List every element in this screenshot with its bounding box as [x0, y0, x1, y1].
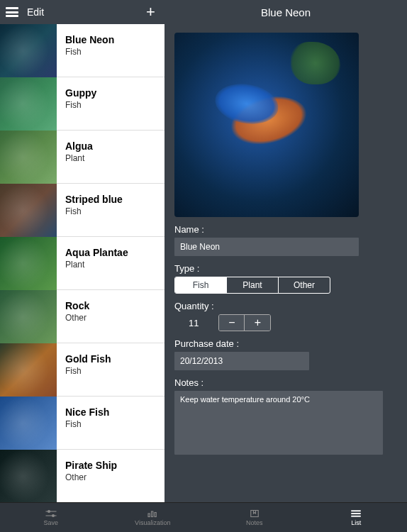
list-item[interactable]: Nice Fish Fish [0, 397, 165, 450]
notes-field[interactable]: Keep water temperature around 20°C [174, 391, 383, 455]
quantity-value: 11 [174, 318, 199, 328]
item-thumbnail [0, 450, 57, 502]
bars-icon [146, 509, 159, 519]
list-item[interactable]: Blue Neon Fish [0, 24, 165, 77]
list-item[interactable]: Pirate Ship Other [0, 450, 165, 502]
item-thumbnail [0, 397, 57, 450]
item-name: Gold Fish [65, 353, 157, 365]
item-type: Fish [65, 100, 157, 110]
type-option-other[interactable]: Other [279, 277, 330, 293]
purchase-date-label: Purchase date : [174, 338, 397, 349]
tab-label: Save [43, 519, 58, 526]
list-item[interactable]: Aqua Plantae Plant [0, 237, 165, 290]
item-thumbnail [0, 290, 57, 343]
list-item[interactable]: Rock Other [0, 290, 165, 343]
list-item[interactable]: Algua Plant [0, 131, 165, 184]
svg-point-4 [48, 511, 50, 513]
bookmark-icon [248, 509, 261, 519]
purchase-date-field[interactable]: 20/12/2013 [174, 352, 309, 370]
stepper-plus[interactable]: + [245, 315, 270, 331]
tab-label: Notes [246, 519, 263, 526]
item-photo[interactable] [174, 33, 359, 217]
svg-rect-7 [148, 514, 150, 517]
page-title: Blue Neon [165, 6, 407, 18]
list-item[interactable]: Gold Fish Fish [0, 343, 165, 397]
svg-rect-9 [155, 513, 156, 517]
item-type: Other [65, 313, 157, 323]
item-name: Rock [65, 300, 157, 311]
tab-label: Visualization [135, 519, 170, 526]
item-name: Nice Fish [65, 406, 157, 418]
item-thumbnail [0, 131, 57, 184]
item-type: Fish [65, 366, 157, 376]
svg-rect-10 [251, 511, 259, 517]
item-type: Fish [65, 47, 157, 57]
tab-list[interactable]: List [306, 503, 408, 532]
item-thumbnail [0, 24, 57, 77]
svg-rect-8 [152, 511, 153, 517]
item-thumbnail [0, 237, 57, 290]
item-type: Fish [65, 206, 157, 216]
list-item[interactable]: Striped blue Fish [0, 184, 165, 237]
item-thumbnail [0, 184, 57, 237]
tab-visualization[interactable]: Visualization [102, 503, 204, 532]
item-type: Other [65, 472, 157, 482]
item-name: Algua [65, 140, 157, 152]
item-type: Plant [65, 153, 157, 163]
edit-button[interactable]: Edit [27, 6, 44, 18]
type-segmented[interactable]: Fish Plant Other [174, 277, 330, 294]
item-thumbnail [0, 343, 57, 397]
tab-label: List [351, 519, 361, 526]
sliders-icon [45, 509, 57, 519]
tab-bar: Save Visualization Notes List [0, 502, 407, 532]
item-thumbnail [0, 77, 57, 131]
item-type: Plant [65, 260, 157, 270]
add-button[interactable]: + [146, 3, 155, 21]
type-label: Type : [174, 263, 397, 274]
detail-panel: Name : Blue Neon Type : Fish Plant Other… [165, 24, 407, 502]
item-name: Aqua Plantae [65, 247, 157, 258]
type-option-plant[interactable]: Plant [227, 277, 279, 293]
item-type: Fish [65, 419, 157, 429]
list-item[interactable]: Guppy Fish [0, 77, 165, 131]
name-field[interactable]: Blue Neon [174, 238, 359, 256]
quantity-stepper[interactable]: − + [218, 314, 271, 331]
item-name: Blue Neon [65, 34, 157, 45]
quantity-label: Quantity : [174, 301, 397, 311]
notes-label: Notes : [174, 377, 397, 388]
item-name: Guppy [65, 87, 157, 99]
list-icon [350, 509, 362, 519]
header-bar: Edit + Blue Neon [0, 0, 407, 24]
type-option-fish[interactable]: Fish [175, 277, 227, 293]
item-list[interactable]: Blue Neon Fish Guppy Fish Algua Plant [0, 24, 165, 502]
svg-point-6 [52, 515, 54, 517]
item-name: Striped blue [65, 194, 157, 205]
item-name: Pirate Ship [65, 460, 157, 471]
tab-save[interactable]: Save [0, 503, 102, 532]
name-label: Name : [174, 224, 397, 235]
tab-notes[interactable]: Notes [203, 503, 306, 532]
collection-icon[interactable] [6, 7, 18, 17]
stepper-minus[interactable]: − [219, 315, 245, 331]
